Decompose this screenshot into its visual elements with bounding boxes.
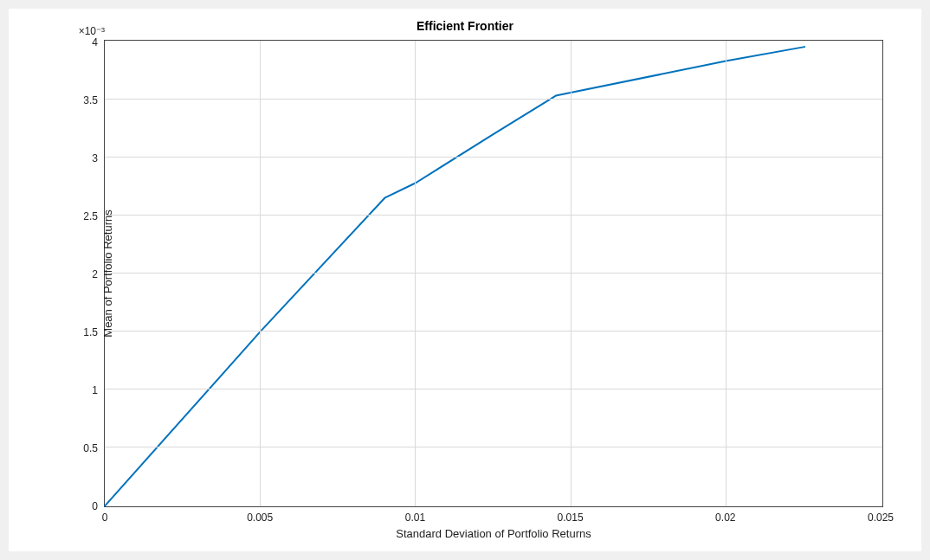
axes: ×10⁻³ Standard Deviation of Portfolio Re… [104, 40, 883, 507]
gridline-vertical [571, 41, 572, 506]
gridline-horizontal [105, 389, 882, 389]
gridline-vertical [260, 41, 261, 506]
gridline-horizontal [105, 331, 882, 331]
line-series [105, 41, 882, 506]
gridline-vertical [726, 41, 727, 506]
y-tick-label: 4 [92, 36, 105, 48]
x-tick-label: 0.01 [405, 506, 425, 524]
figure-canvas: Efficient Frontier ×10⁻³ Standard Deviat… [9, 9, 921, 551]
y-tick-label: 0.5 [83, 442, 105, 454]
y-tick-label: 3.5 [83, 94, 105, 106]
y-tick-label: 1.5 [83, 326, 105, 338]
efficient-frontier-line [105, 47, 804, 505]
x-tick-label: 0.025 [868, 506, 894, 524]
y-axis-exponent: ×10⁻³ [79, 25, 105, 37]
y-tick-label: 3 [92, 152, 105, 164]
gridline-vertical [415, 41, 416, 506]
figure-window: Efficient Frontier ×10⁻³ Standard Deviat… [0, 0, 930, 560]
gridline-horizontal [105, 215, 882, 216]
x-tick-label: 0.02 [715, 506, 735, 524]
y-tick-label: 2.5 [83, 210, 105, 222]
y-tick-label: 1 [92, 384, 105, 396]
gridline-horizontal [105, 273, 882, 274]
gridline-horizontal [105, 447, 882, 447]
chart-title: Efficient Frontier [9, 19, 921, 33]
y-tick-label: 0 [92, 500, 105, 512]
x-axis-label: Standard Deviation of Portfolio Returns [105, 527, 882, 540]
gridline-horizontal [105, 99, 882, 100]
gridline-horizontal [105, 157, 882, 158]
x-tick-label: 0.005 [247, 506, 273, 524]
y-tick-label: 2 [92, 268, 105, 280]
x-tick-label: 0.015 [558, 506, 584, 524]
